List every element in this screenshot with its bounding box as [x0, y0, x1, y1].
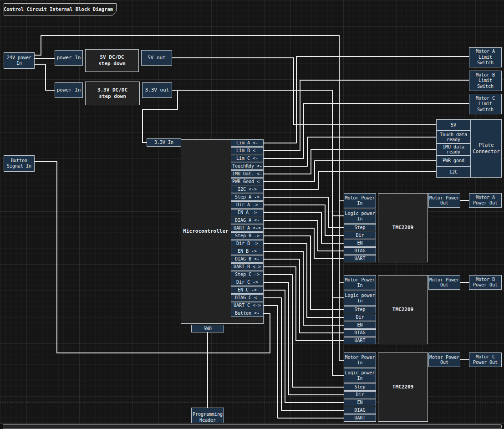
box-motor-a-limit-switch[interactable]: Motor A Limit Switch	[469, 47, 502, 67]
plate-port-5v[interactable]: 5V	[436, 119, 471, 131]
tmc-c-dir[interactable]: Dir	[344, 391, 376, 398]
tmc-a-motor-power-out[interactable]: Motor Power Out	[428, 193, 460, 208]
block-33v-dcdc-step-down[interactable]: 3.3V DC/DC step down	[85, 82, 140, 105]
pin-dir-b[interactable]: Dir B ->	[231, 240, 264, 247]
tmc-c-motor-power-in[interactable]: Motor Power In	[344, 352, 376, 368]
wire-imu-ready	[264, 149, 436, 174]
plate-port-touch-data-ready[interactable]: Touch data ready	[436, 131, 471, 143]
pin-en-b[interactable]: EN B ->	[231, 248, 264, 255]
wire-touch-ready	[264, 137, 436, 166]
port-power-in-5v[interactable]: power In	[55, 50, 83, 66]
tmc-b-motor-power-out[interactable]: Motor Power Out	[428, 275, 460, 290]
tmc-a-step[interactable]: Step	[344, 224, 376, 231]
pin-dir-c[interactable]: Dir C ->	[231, 279, 264, 286]
label-tmc2209-a[interactable]: TMC2209	[378, 223, 428, 232]
horizontal-scrollbar-thumb[interactable]	[3, 424, 502, 429]
tmc-b-uart[interactable]: UART	[344, 337, 376, 344]
pin-step-c[interactable]: Step C ->	[231, 271, 264, 278]
wire-33v-to-mcu	[143, 90, 178, 143]
box-24v-power-in[interactable]: 24V power In	[4, 52, 35, 69]
box-button-signal-in[interactable]: Button Signal In	[4, 155, 35, 172]
horizontal-scrollbar[interactable]	[0, 423, 504, 429]
box-motor-c-limit-switch[interactable]: Motor C Limit Switch	[469, 94, 502, 114]
tmc-c-motor-power-out[interactable]: Motor Power Out	[428, 352, 460, 367]
label-microcontroller[interactable]: Microcontroller	[181, 227, 231, 236]
tmc-a-motor-power-in[interactable]: Motor Power In	[344, 193, 376, 208]
pin-pwr-good[interactable]: PWR Good <-	[231, 178, 264, 185]
plate-port-imu-data-ready[interactable]: IMU data ready	[436, 143, 471, 155]
wire-en-b	[264, 251, 344, 325]
diagram-title: Control Circuit Internal Block Diagram	[4, 3, 113, 15]
pin-step-a[interactable]: Step A ->	[231, 194, 264, 201]
tmc-b-en[interactable]: EN	[344, 322, 376, 329]
pin-touchrdy[interactable]: TouchRdy <-	[231, 163, 264, 170]
tmc-a-uart[interactable]: UART	[344, 255, 376, 262]
port-swd[interactable]: SWD	[191, 325, 224, 332]
pin-uart-c[interactable]: UART C <->	[231, 302, 264, 309]
pin-diag-c[interactable]: DIAG C <-	[231, 294, 264, 301]
pin-lim-a[interactable]: Lim A <-	[231, 139, 264, 147]
plate-port-i2c[interactable]: I2C	[436, 166, 471, 178]
tmc-c-logic-power-in[interactable]: Logic power In	[344, 368, 376, 383]
port-power-in-33v[interactable]: power In	[55, 82, 83, 98]
label-tmc2209-c[interactable]: TMC2209	[378, 383, 428, 392]
label-plate-connector[interactable]: Plate Connector	[471, 119, 502, 178]
pin-lim-b[interactable]: Lim B <-	[231, 147, 264, 154]
block-5v-dcdc-step-down[interactable]: 5V DC/DC step down	[85, 49, 139, 72]
plate-port-pwr-good[interactable]: PWR good	[436, 155, 471, 166]
pin-dir-a[interactable]: Dir A ->	[231, 201, 264, 209]
pin-diag-a[interactable]: DIAG A <-	[231, 217, 264, 224]
tmc-a-dir[interactable]: Dir	[344, 232, 376, 239]
pin-en-a[interactable]: EN A ->	[231, 209, 264, 216]
label-tmc2209-b[interactable]: TMC2209	[378, 305, 428, 314]
pin-lim-c[interactable]: Lim C <-	[231, 155, 264, 162]
tmc-c-en[interactable]: EN	[344, 399, 376, 406]
tmc-b-logic-power-in[interactable]: Logic power In	[344, 291, 376, 306]
tmc-a-en[interactable]: EN	[344, 240, 376, 247]
box-motor-b-power-out[interactable]: Motor B Power Out	[469, 275, 502, 290]
pin-uart-a[interactable]: UART A <->	[231, 225, 264, 232]
port-5v-out[interactable]: 5V out	[141, 50, 172, 66]
tmc-c-uart[interactable]: UART	[344, 414, 376, 422]
tmc-c-step[interactable]: Step	[344, 383, 376, 391]
diagram-canvas[interactable]: Control Circuit Internal Block Diagram 2…	[0, 0, 504, 429]
tmc-b-diag[interactable]: DIAG	[344, 329, 376, 337]
tmc-b-motor-power-in[interactable]: Motor Power In	[344, 275, 376, 290]
pin-i2c[interactable]: I2C <->	[231, 186, 264, 193]
wire-24v-to-33v-conv	[35, 64, 55, 90]
box-motor-a-power-out[interactable]: Motor A Power Out	[469, 193, 502, 208]
pin-uart-b[interactable]: UART B <->	[231, 263, 264, 271]
pin-button[interactable]: Button <-	[231, 310, 264, 317]
tmc-a-diag[interactable]: DIAG	[344, 247, 376, 255]
pin-step-b[interactable]: Step B ->	[231, 232, 264, 240]
tmc-b-step[interactable]: Step	[344, 306, 376, 313]
box-motor-c-power-out[interactable]: Motor C Power Out	[469, 352, 502, 367]
port-33v-in[interactable]: 3.3V In	[147, 138, 181, 147]
tmc-c-diag[interactable]: DIAG	[344, 407, 376, 414]
tmc-b-dir[interactable]: Dir	[344, 314, 376, 321]
pin-imu-dat[interactable]: IMU Dat. <-	[231, 170, 264, 178]
tmc-a-logic-power-in[interactable]: Logic power In	[344, 209, 376, 224]
box-motor-b-limit-switch[interactable]: Motor B Limit Switch	[469, 71, 502, 91]
pin-en-c[interactable]: EN C ->	[231, 286, 264, 294]
port-33v-out[interactable]: 3.3V out	[142, 82, 172, 98]
pin-diag-b[interactable]: DIAG B <-	[231, 255, 264, 263]
